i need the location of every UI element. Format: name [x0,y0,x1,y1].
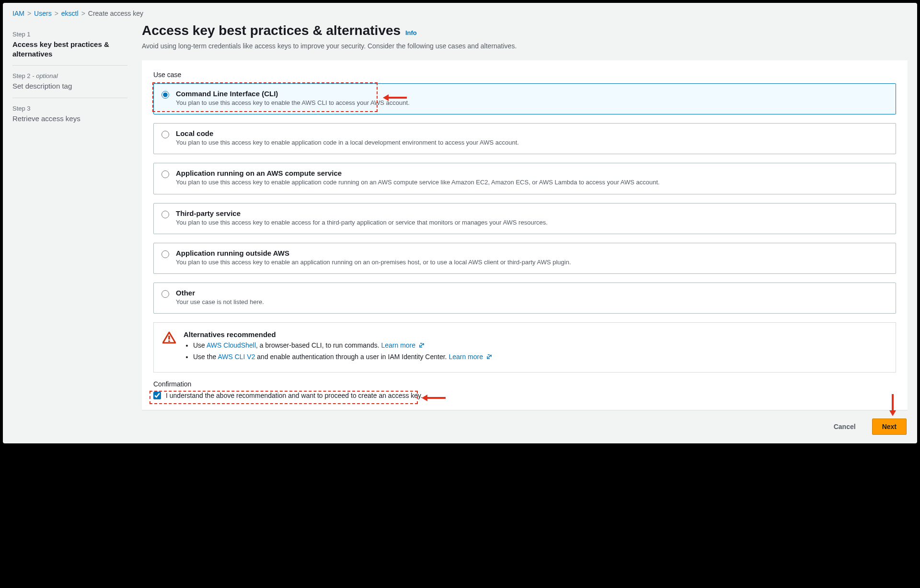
usecase-title: Local code [176,129,519,137]
wizard-step-3[interactable]: Step 3 Retrieve access keys [12,98,127,130]
usecase-desc: You plan to use this access key to enabl… [176,99,410,107]
usecase-desc: You plan to use this access key to enabl… [176,178,660,187]
link-aws-cli-v2[interactable]: AWS CLI V2 [218,353,255,361]
radio-local-code[interactable] [161,131,169,138]
chevron-right-icon: > [55,10,58,17]
confirmation-checkbox-row[interactable]: I understand the above recommendation an… [153,392,896,399]
svg-rect-2 [168,336,170,339]
learn-more-link[interactable]: Learn more [381,341,425,349]
usecase-option-outside-aws[interactable]: Application running outside AWS You plan… [153,243,896,274]
chevron-right-icon: > [81,10,85,17]
page-subtitle: Avoid using long-term credentials like a… [142,42,908,50]
breadcrumb: IAM > Users > eksctl > Create access key [3,3,917,21]
radio-cli[interactable] [161,91,169,99]
link-aws-cloudshell[interactable]: AWS CloudShell [207,341,256,349]
wizard-footer: Cancel Next [824,418,907,435]
breadcrumb-iam[interactable]: IAM [12,10,24,17]
usecase-option-other[interactable]: Other Your use case is not listed here. [153,283,896,314]
svg-rect-3 [168,340,170,342]
usecase-option-aws-compute[interactable]: Application running on an AWS compute se… [153,163,896,194]
warning-icon [162,331,176,345]
usecase-title: Command Line Interface (CLI) [176,90,410,98]
wizard-step-2[interactable]: Step 2 - optional Set description tag [12,66,127,98]
info-link[interactable]: Info [405,29,417,36]
breadcrumb-current: Create access key [88,10,143,17]
wizard-steps: Step 1 Access key best practices & alter… [12,21,127,410]
usecase-option-third-party[interactable]: Third-party service You plan to use this… [153,203,896,234]
page-title: Access key best practices & alternatives [142,23,401,38]
external-link-icon [486,353,493,362]
usecase-title: Application running outside AWS [176,249,571,257]
radio-other[interactable] [161,290,169,298]
wizard-step-1[interactable]: Step 1 Access key best practices & alter… [12,24,127,66]
section-label-usecase: Use case [153,71,896,79]
svg-marker-7 [889,410,896,416]
confirmation-label: Confirmation [153,380,896,388]
radio-aws-compute[interactable] [161,170,169,178]
usecase-option-cli[interactable]: Command Line Interface (CLI) You plan to… [153,83,896,114]
usecase-title: Other [176,289,264,297]
confirmation-section: Confirmation I understand the above reco… [153,380,896,399]
step-label: Step 1 [12,31,127,38]
usecase-desc: You plan to use this access key to enabl… [176,138,519,147]
step-title: Set description tag [12,81,127,91]
usecase-desc: You plan to use this access key to enabl… [176,258,571,267]
learn-more-link[interactable]: Learn more [448,353,492,361]
radio-outside-aws[interactable] [161,250,169,258]
usecase-option-local-code[interactable]: Local code You plan to use this access k… [153,123,896,154]
chevron-right-icon: > [27,10,31,17]
step-label: Step 3 [12,105,127,112]
radio-third-party[interactable] [161,211,169,218]
usecase-title: Third-party service [176,209,548,217]
external-link-icon [418,342,425,350]
step-title: Retrieve access keys [12,114,127,124]
step-title: Access key best practices & alternatives [12,40,127,58]
next-button[interactable]: Next [872,418,907,435]
main-content: Access key best practices & alternatives… [142,21,908,410]
alternatives-recommended: Alternatives recommended Use AWS CloudSh… [153,322,896,373]
alternative-item: Use AWS CloudShell, a browser-based CLI,… [193,341,493,350]
panel-usecase: Use case Command Line Interface (CLI) Yo… [142,60,908,410]
usecase-desc: You plan to use this access key to enabl… [176,218,548,227]
breadcrumb-user-eksctl[interactable]: eksctl [61,10,79,17]
confirmation-text: I understand the above recommendation an… [166,392,423,399]
confirmation-checkbox[interactable] [153,392,161,399]
usecase-desc: Your use case is not listed here. [176,298,264,306]
cancel-button[interactable]: Cancel [824,419,865,434]
app-frame: IAM > Users > eksctl > Create access key… [3,3,917,443]
usecase-title: Application running on an AWS compute se… [176,169,660,177]
breadcrumb-users[interactable]: Users [34,10,52,17]
alternatives-title: Alternatives recommended [184,330,493,339]
alternative-item: Use the AWS CLI V2 and enable authentica… [193,353,493,362]
step-label: Step 2 - optional [12,72,127,79]
